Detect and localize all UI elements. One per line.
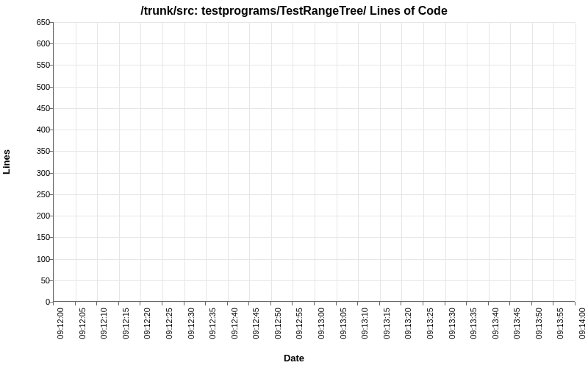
y-tick-label: 0 bbox=[6, 297, 50, 306]
x-tick-label: 09:12:45 bbox=[251, 308, 260, 339]
x-tick-mark bbox=[270, 302, 271, 305]
x-tick-mark bbox=[553, 302, 553, 305]
x-tick-mark bbox=[96, 302, 97, 305]
x-tick-mark bbox=[292, 302, 293, 305]
x-tick-label: 09:12:00 bbox=[56, 308, 65, 339]
x-tick-label: 09:13:00 bbox=[317, 308, 326, 339]
x-gridline bbox=[510, 22, 511, 301]
x-tick-mark bbox=[488, 302, 489, 305]
x-gridline bbox=[423, 22, 424, 301]
y-tick-label: 150 bbox=[6, 233, 50, 241]
x-tick-mark bbox=[509, 302, 510, 305]
x-tick-mark bbox=[140, 302, 140, 305]
x-tick-mark bbox=[314, 302, 315, 305]
y-tick-label: 300 bbox=[6, 169, 50, 177]
x-axis-label: Date bbox=[0, 353, 588, 364]
x-tick-label: 09:12:35 bbox=[208, 308, 217, 339]
x-tick-label: 09:14:00 bbox=[578, 308, 587, 339]
x-tick-mark bbox=[118, 302, 119, 305]
chart-title: /trunk/src: testprograms/TestRangeTree/ … bbox=[0, 4, 588, 18]
x-gridline bbox=[271, 22, 272, 301]
x-gridline bbox=[401, 22, 402, 301]
x-gridline bbox=[162, 22, 163, 301]
x-tick-label: 09:13:45 bbox=[512, 308, 521, 339]
x-tick-label: 09:12:50 bbox=[273, 308, 282, 339]
x-tick-label: 09:12:10 bbox=[99, 308, 108, 339]
x-gridline bbox=[184, 22, 185, 301]
x-gridline bbox=[445, 22, 446, 301]
x-tick-label: 09:13:05 bbox=[339, 308, 348, 339]
y-tick-label: 600 bbox=[6, 39, 50, 48]
x-tick-label: 09:13:30 bbox=[448, 308, 456, 339]
x-tick-label: 09:12:55 bbox=[295, 308, 304, 339]
x-gridline bbox=[293, 22, 293, 301]
plot-area bbox=[53, 22, 575, 302]
x-tick-label: 09:12:40 bbox=[230, 308, 239, 339]
x-gridline bbox=[97, 22, 98, 301]
y-tick-label: 400 bbox=[6, 125, 50, 134]
y-tick-label: 500 bbox=[6, 82, 50, 91]
y-tick-label: 450 bbox=[6, 104, 50, 113]
x-gridline bbox=[532, 22, 533, 301]
x-tick-mark bbox=[205, 302, 206, 305]
y-tick-label: 250 bbox=[6, 190, 50, 199]
x-tick-label: 09:13:10 bbox=[360, 308, 369, 339]
y-tick-label: 200 bbox=[6, 211, 50, 220]
x-tick-mark bbox=[53, 302, 54, 305]
x-tick-label: 09:13:55 bbox=[556, 308, 564, 339]
x-tick-label: 09:12:30 bbox=[187, 308, 196, 339]
x-tick-mark bbox=[162, 302, 162, 305]
x-tick-mark bbox=[379, 302, 380, 305]
x-tick-mark bbox=[575, 302, 576, 305]
y-tick-label: 350 bbox=[6, 146, 50, 155]
x-tick-mark bbox=[466, 302, 467, 305]
x-tick-label: 09:13:40 bbox=[491, 308, 500, 339]
x-tick-mark bbox=[75, 302, 76, 305]
y-tick-label: 650 bbox=[6, 18, 50, 26]
x-tick-mark bbox=[531, 302, 532, 305]
x-tick-label: 09:13:15 bbox=[382, 308, 391, 339]
y-tick-label: 550 bbox=[6, 60, 50, 69]
x-tick-label: 09:12:25 bbox=[165, 308, 173, 339]
x-tick-mark bbox=[248, 302, 249, 305]
x-gridline bbox=[315, 22, 315, 301]
x-gridline bbox=[54, 22, 54, 301]
x-tick-mark bbox=[336, 302, 337, 305]
x-gridline bbox=[119, 22, 120, 301]
x-gridline bbox=[358, 22, 359, 301]
x-gridline bbox=[76, 22, 76, 301]
x-gridline bbox=[489, 22, 490, 301]
x-gridline bbox=[228, 22, 229, 301]
x-tick-label: 09:13:20 bbox=[404, 308, 412, 339]
x-tick-label: 09:12:15 bbox=[121, 308, 130, 339]
y-tick-label: 100 bbox=[6, 255, 50, 263]
x-tick-mark bbox=[227, 302, 228, 305]
loc-chart: /trunk/src: testprograms/TestRangeTree/ … bbox=[0, 0, 588, 368]
x-tick-mark bbox=[401, 302, 401, 305]
x-tick-label: 09:13:35 bbox=[469, 308, 478, 339]
x-gridline bbox=[206, 22, 207, 301]
x-gridline bbox=[467, 22, 467, 301]
x-gridline bbox=[380, 22, 381, 301]
x-tick-label: 09:13:25 bbox=[426, 308, 434, 339]
x-tick-mark bbox=[445, 302, 445, 305]
x-gridline bbox=[337, 22, 337, 301]
x-tick-mark bbox=[357, 302, 358, 305]
y-tick-label: 50 bbox=[6, 276, 50, 285]
x-gridline bbox=[249, 22, 250, 301]
x-tick-mark bbox=[184, 302, 184, 305]
x-tick-mark bbox=[423, 302, 423, 305]
x-gridline bbox=[140, 22, 141, 301]
x-tick-label: 09:13:50 bbox=[534, 308, 543, 339]
x-tick-label: 09:12:20 bbox=[143, 308, 151, 339]
x-gridline bbox=[576, 22, 576, 301]
x-tick-label: 09:12:05 bbox=[78, 308, 87, 339]
x-gridline bbox=[553, 22, 554, 301]
